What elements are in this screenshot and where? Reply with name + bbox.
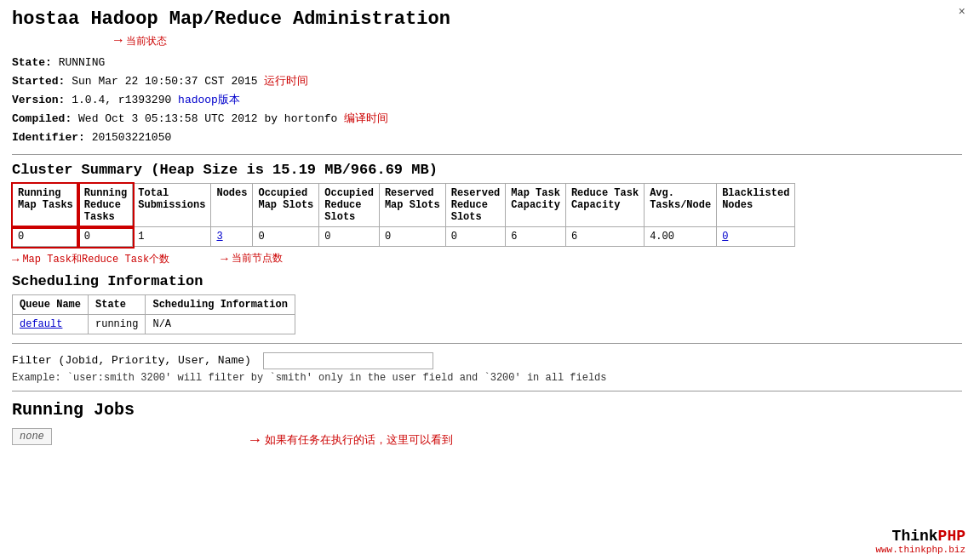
col-avg-tasks: Avg.Tasks/Node <box>645 184 717 227</box>
node-count-arrow-icon: → <box>221 252 227 266</box>
version-value: 1.0.4, r1393290 <box>72 94 171 106</box>
running-jobs-annotation: 如果有任务在执行的话，这里可以看到 <box>265 432 453 448</box>
col-occupied-map: OccupiedMap Slots <box>253 184 319 227</box>
sched-state: running <box>89 315 146 334</box>
sched-queue-name[interactable]: default <box>13 315 89 334</box>
val-nodes[interactable]: 3 <box>211 227 253 247</box>
running-jobs-section: → 如果有任务在执行的话，这里可以看到 none <box>12 425 962 467</box>
divider-2 <box>12 343 962 344</box>
version-annotation: hadoop版本 <box>178 94 240 106</box>
node-count-annotation: 当前节点数 <box>232 251 283 266</box>
info-block: State: RUNNING Started: Sun Mar 22 10:50… <box>12 54 962 147</box>
sched-col-state: State <box>89 295 146 315</box>
val-total-submissions: 1 <box>133 227 211 247</box>
filter-example: Example: `user:smith 3200' will filter b… <box>12 372 962 384</box>
col-reserved-reduce: ReservedReduceSlots <box>445 184 506 227</box>
page-title: hostaa Hadoop Map/Reduce Administration <box>12 9 962 30</box>
compiled-annotation: 编译时间 <box>344 112 388 125</box>
compiled-label: Compiled: <box>12 112 72 125</box>
filter-section: Filter (Jobid, Priority, User, Name) Exa… <box>12 352 962 384</box>
val-occupied-map: 0 <box>253 227 319 247</box>
col-total-submissions: TotalSubmissions <box>133 184 211 227</box>
col-reserved-map: ReservedMap Slots <box>379 184 445 227</box>
col-map-capacity: Map TaskCapacity <box>506 184 566 227</box>
cluster-summary-title: Cluster Summary (Heap Size is 15.19 MB/9… <box>12 162 962 178</box>
val-occupied-reduce: 0 <box>319 227 380 247</box>
val-running-reduce: 0 <box>78 227 132 247</box>
map-reduce-annotation: Map Task和Reduce Task个数 <box>22 252 169 266</box>
val-map-capacity: 6 <box>506 227 566 247</box>
val-reserved-reduce: 0 <box>445 227 506 247</box>
val-reserved-map: 0 <box>379 227 445 247</box>
filter-input[interactable] <box>263 352 433 369</box>
identifier-label: Identifier: <box>12 131 85 144</box>
divider-3 <box>12 391 962 391</box>
col-nodes: Nodes <box>211 184 253 227</box>
started-label: Started: <box>12 75 65 88</box>
col-reduce-capacity: Reduce TaskCapacity <box>565 184 644 227</box>
sched-col-queue: Queue Name <box>13 295 89 315</box>
status-arrow-icon: → <box>114 33 123 49</box>
val-blacklisted[interactable]: 0 <box>717 227 795 247</box>
queue-link: default <box>20 318 62 330</box>
blacklisted-link: 0 <box>722 231 728 243</box>
col-blacklisted: BlacklistedNodes <box>717 184 795 227</box>
version-label: Version: <box>12 94 65 106</box>
running-jobs-arrow-icon: → <box>250 431 260 449</box>
started-value: Sun Mar 22 10:50:37 CST 2015 <box>72 75 257 88</box>
sched-row-default: default running N/A <box>13 315 295 334</box>
filter-label: Filter (Jobid, Priority, User, Name) <box>12 354 251 367</box>
divider-1 <box>12 154 962 155</box>
val-avg-tasks: 4.00 <box>645 227 717 247</box>
status-annotation: 当前状态 <box>126 34 167 49</box>
map-reduce-arrow-icon: → <box>12 253 19 266</box>
scheduling-title: Scheduling Information <box>12 273 962 289</box>
val-running-map: 0 <box>13 227 79 247</box>
cluster-data-row: 0 0 1 3 0 0 0 0 6 6 4.00 0 <box>13 227 795 247</box>
state-label: State: <box>12 56 52 69</box>
nodes-link: 3 <box>216 231 222 243</box>
col-running-reduce: RunningReduceTasks <box>78 184 132 227</box>
sched-info: N/A <box>146 315 295 334</box>
identifier-value: 201503221050 <box>92 131 172 144</box>
col-occupied-reduce: OccupiedReduceSlots <box>319 184 380 227</box>
close-button[interactable]: × <box>959 5 965 19</box>
none-badge: none <box>12 428 52 445</box>
col-running-map: RunningMap Tasks <box>13 184 79 227</box>
sched-col-info: Scheduling Information <box>146 295 295 315</box>
cluster-summary-table: RunningMap Tasks RunningReduceTasks Tota… <box>12 183 795 247</box>
running-jobs-annotation-container: → 如果有任务在执行的话，这里可以看到 <box>250 431 453 449</box>
started-annotation: 运行时间 <box>264 75 308 88</box>
scheduling-table: Queue Name State Scheduling Information … <box>12 294 295 334</box>
running-jobs-title: Running Jobs <box>12 400 962 420</box>
state-value: RUNNING <box>59 56 106 69</box>
compiled-value: Wed Oct 3 05:13:58 UTC 2012 by hortonfo <box>78 112 337 125</box>
val-reduce-capacity: 6 <box>565 227 644 247</box>
